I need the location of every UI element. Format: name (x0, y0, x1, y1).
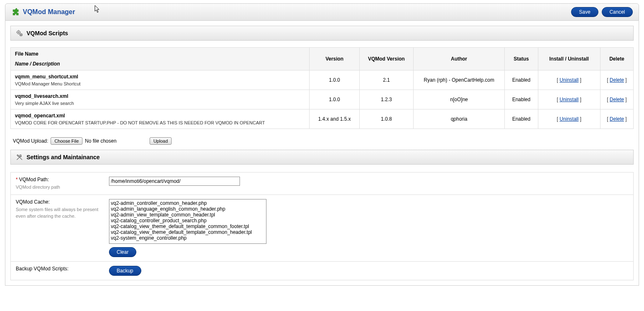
cache-file-item[interactable]: vq2-catalog_controller_product_search.ph… (110, 218, 265, 224)
delete-link[interactable]: Delete (610, 77, 624, 83)
cancel-button[interactable]: Cancel (602, 7, 633, 17)
uninstall-link[interactable]: Uninstall (559, 116, 579, 122)
cache-file-item[interactable]: vq2-catalog_view_theme_default_template_… (110, 224, 265, 229)
uninstall-link[interactable]: Uninstall (559, 97, 579, 102)
svg-point-7 (21, 34, 22, 35)
backup-button[interactable]: Backup (109, 266, 141, 276)
col-install: Install / Uninstall (538, 48, 600, 70)
table-row: vqmod_livesearch.xmlVery simple AJAX liv… (11, 90, 634, 109)
content-area: VQMod Scripts File Name Name / Descripti… (5, 21, 639, 286)
cell-vqmver: 1.2.3 (359, 90, 413, 109)
cache-listbox[interactable]: vq2-admin_controller_common_header.phpvq… (109, 199, 266, 244)
col-author: Author (413, 48, 504, 70)
row-vqmod-path: * VQMod Path: VQMod directory path (11, 173, 634, 195)
table-row: vqmod_opencart.xmlVQMOD CORE FOR OPENCAR… (11, 109, 634, 129)
file-desc: VQMOD CORE FOR OPENCART STARTUP.PHP - DO… (15, 120, 305, 125)
cell-author: Ryan (rph) - OpenCartHelp.com (413, 70, 504, 90)
settings-table: * VQMod Path: VQMod directory path VQMod… (10, 172, 634, 280)
upload-button[interactable]: Upload (150, 137, 172, 145)
cache-file-item[interactable]: vq2-admin_controller_common_header.php (110, 200, 265, 206)
cell-vqmver: 2.1 (359, 70, 413, 90)
cache-file-item[interactable]: vq2-admin_view_template_common_header.tp… (110, 212, 265, 218)
page-title: VQMod Manager (23, 8, 75, 16)
cell-version: 1.0.0 (310, 70, 359, 90)
file-name: vqmm_menu_shortcut.xml (15, 74, 305, 80)
upload-row: VQMod Upload: Choose File No file chosen… (13, 137, 634, 145)
cell-author: n[oO]ne (413, 90, 504, 109)
col-version: Version (310, 48, 359, 70)
cache-label: VQMod Cache: (16, 199, 99, 205)
delete-link[interactable]: Delete (610, 97, 624, 102)
puzzle-icon (11, 8, 19, 16)
cell-vqmver: 1.0.8 (359, 109, 413, 129)
save-button[interactable]: Save (571, 7, 598, 17)
section-heading-settings: Settings and Maintainance (10, 150, 634, 165)
choose-file-button[interactable]: Choose File (51, 137, 82, 145)
page-header: VQMod Manager Save Cancel (5, 3, 639, 21)
cache-file-item[interactable]: vq2-admin_language_english_common_header… (110, 206, 265, 212)
cell-status: Enabled (505, 109, 538, 129)
uninstall-link[interactable]: Uninstall (559, 77, 579, 83)
vqmod-path-input[interactable] (109, 177, 240, 186)
cell-author: qphoria (413, 109, 504, 129)
col-file: File Name Name / Description (11, 48, 310, 70)
file-name: vqmod_opencart.xml (15, 113, 305, 119)
cell-status: Enabled (505, 90, 538, 109)
row-backup: Backup VQMod Scripts: Backup (11, 262, 634, 280)
svg-point-6 (20, 34, 22, 36)
delete-link[interactable]: Delete (610, 116, 624, 122)
file-desc: VQMod Manager Menu Shortcut (15, 81, 305, 86)
col-delete: Delete (600, 48, 633, 70)
table-row: vqmm_menu_shortcut.xmlVQMod Manager Menu… (11, 70, 634, 90)
path-help: VQMod directory path (16, 184, 99, 190)
col-vqmod-version: VQMod Version (359, 48, 413, 70)
cell-version: 1.4.x and 1.5.x (310, 109, 359, 129)
tools-icon (16, 153, 23, 161)
section-title: Settings and Maintainance (27, 154, 100, 160)
svg-point-0 (17, 31, 20, 34)
section-heading-scripts: VQMod Scripts (10, 26, 634, 41)
cache-file-item[interactable]: vq2-system_engine_controller.php (110, 235, 265, 241)
clear-button[interactable]: Clear (109, 247, 137, 257)
cell-status: Enabled (505, 70, 538, 90)
file-name: vqmod_livesearch.xml (15, 93, 305, 99)
scripts-table: File Name Name / Description Version VQM… (10, 47, 634, 129)
required-marker: * (16, 177, 18, 182)
no-file-text: No file chosen (85, 138, 116, 144)
cache-file-item[interactable]: vq2-catalog_view_theme_default_template_… (110, 229, 265, 235)
svg-point-1 (18, 32, 19, 33)
upload-label: VQMod Upload: (13, 138, 48, 144)
cell-version: 1.0.0 (310, 90, 359, 109)
cache-help: Some system files will always be present… (16, 207, 99, 219)
file-desc: Very simple AJAX live search (15, 101, 305, 106)
col-status: Status (505, 48, 538, 70)
path-label: VQMod Path: (19, 177, 49, 182)
backup-label: Backup VQMod Scripts: (16, 266, 99, 272)
gear-icon (16, 29, 23, 37)
section-title: VQMod Scripts (27, 30, 68, 36)
row-vqmod-cache: VQMod Cache: Some system files will alwa… (11, 195, 634, 262)
